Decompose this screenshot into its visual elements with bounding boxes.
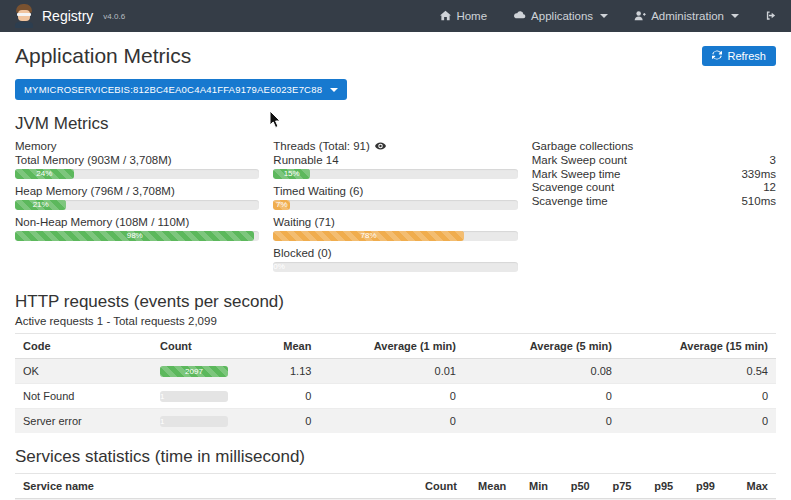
progress-value: 15%	[273, 169, 310, 179]
col-p75: p75	[598, 474, 640, 499]
garbage-collections-column: Garbage collections Mark Sweep count 3 M…	[532, 140, 776, 278]
count-cell: 1	[152, 384, 251, 409]
blocked-label: Blocked (0)	[273, 247, 517, 259]
instance-selector-label: MYMICROSERVICEBIS:812BC4EA0C4A41FFA9179A…	[24, 84, 322, 95]
table-header-row: Service name Count Mean Min p50 p75 p95 …	[15, 474, 776, 499]
total-memory-metric: Total Memory (903M / 3,708M) 24%	[15, 154, 259, 179]
nonheap-memory-label: Non-Heap Memory (108M / 110M)	[15, 216, 259, 228]
col-avg-1min: Average (1 min)	[319, 334, 464, 359]
progress-bar: 2097	[160, 366, 228, 377]
progress-track: 1	[160, 416, 228, 427]
progress-value: 78%	[273, 231, 464, 241]
gc-heading: Garbage collections	[532, 140, 776, 152]
nav-home-label: Home	[456, 10, 487, 22]
progress-bar: 21%	[15, 200, 66, 210]
progress-track: 24%	[15, 169, 259, 179]
code-cell: Not Found	[15, 384, 152, 409]
col-max: Max	[723, 474, 776, 499]
runnable-metric: Runnable 14 15%	[273, 154, 517, 179]
gc-row: Scavenge count 12	[532, 181, 776, 195]
avg15-cell: 0	[620, 409, 776, 434]
count-cell: 1	[152, 409, 251, 434]
avg1-cell: 0	[319, 384, 464, 409]
table-header-row: Code Count Mean Average (1 min) Average …	[15, 334, 776, 359]
mean-cell: 0	[251, 409, 319, 434]
threads-column: Threads (Total: 91) Runnable 14 15% Time…	[273, 140, 517, 278]
nav-administration-label: Administration	[651, 10, 724, 22]
table-row: Server error 1 0 0 0 0	[15, 409, 776, 434]
avg1-cell: 0	[319, 409, 464, 434]
gc-value: 510ms	[741, 195, 776, 209]
code-cell: Server error	[15, 409, 152, 434]
progress-value: 2097	[160, 366, 228, 377]
gc-label: Mark Sweep count	[532, 154, 627, 168]
services-statistics-heading: Services statistics (time in millisecond…	[15, 447, 776, 467]
chevron-down-icon	[600, 14, 608, 18]
brand-name: Registry	[42, 8, 93, 24]
avg5-cell: 0.08	[464, 359, 620, 384]
mean-cell: 0	[251, 384, 319, 409]
col-code: Code	[15, 334, 152, 359]
gc-label: Mark Sweep time	[532, 168, 621, 182]
refresh-icon	[712, 50, 722, 62]
jhipster-logo-icon	[14, 4, 34, 28]
refresh-button[interactable]: Refresh	[702, 46, 776, 66]
nav-home[interactable]: Home	[440, 10, 487, 23]
progress-value: 21%	[15, 200, 66, 210]
total-memory-label: Total Memory (903M / 3,708M)	[15, 154, 259, 166]
progress-track: 1	[160, 391, 228, 402]
eye-icon[interactable]	[375, 142, 386, 150]
col-count: Count	[417, 474, 465, 499]
http-requests-table: Code Count Mean Average (1 min) Average …	[15, 333, 776, 433]
memory-column: Memory Total Memory (903M / 3,708M) 24% …	[15, 140, 259, 278]
timed-waiting-metric: Timed Waiting (6) 7%	[273, 185, 517, 210]
avg5-cell: 0	[464, 409, 620, 434]
nav-applications[interactable]: Applications	[513, 10, 608, 22]
table-row: OK 2097 1.13 0.01 0.08 0.54	[15, 359, 776, 384]
nav-administration[interactable]: Administration	[634, 10, 739, 23]
instance-selector-dropdown[interactable]: MYMICROSERVICEBIS:812BC4EA0C4A41FFA9179A…	[15, 79, 347, 100]
mean-cell: 1.13	[251, 359, 319, 384]
avg15-cell: 0.54	[620, 359, 776, 384]
threads-heading: Threads (Total: 91)	[273, 140, 370, 152]
memory-heading: Memory	[15, 140, 259, 152]
progress-bar: 7%	[273, 200, 290, 210]
col-p50: p50	[556, 474, 598, 499]
col-avg-5min: Average (5 min)	[464, 334, 620, 359]
jvm-metrics-heading: JVM Metrics	[15, 114, 776, 134]
gc-label: Scavenge count	[532, 181, 614, 195]
progress-track: 21%	[15, 200, 259, 210]
brand-version: v4.0.6	[103, 12, 125, 21]
progress-value: 98%	[15, 231, 254, 241]
col-count: Count	[152, 334, 251, 359]
avg15-cell: 0	[620, 384, 776, 409]
gc-row: Mark Sweep count 3	[532, 154, 776, 168]
page-title: Application Metrics	[15, 44, 191, 68]
avg5-cell: 0	[464, 384, 620, 409]
brand-link[interactable]: Registry v4.0.6	[14, 4, 125, 28]
blocked-metric: Blocked (0) 0%	[273, 247, 517, 272]
nav-signout[interactable]	[765, 10, 777, 23]
gc-row: Scavenge time 510ms	[532, 195, 776, 209]
nav-applications-label: Applications	[531, 10, 593, 22]
gc-value: 339ms	[741, 168, 776, 182]
heap-memory-metric: Heap Memory (796M / 3,708M) 21%	[15, 185, 259, 210]
navbar: Registry v4.0.6 Home Applications Admini…	[0, 0, 791, 32]
progress-track: 7%	[273, 200, 517, 210]
waiting-metric: Waiting (71) 78%	[273, 216, 517, 241]
jvm-metrics-panel: Memory Total Memory (903M / 3,708M) 24% …	[15, 140, 776, 278]
users-icon	[634, 10, 646, 23]
refresh-label: Refresh	[727, 50, 766, 62]
col-mean: Mean	[465, 474, 514, 499]
progress-track: 2097	[160, 366, 228, 377]
avg1-cell: 0.01	[319, 359, 464, 384]
progress-track: 0%	[273, 262, 517, 272]
progress-bar: 78%	[273, 231, 464, 241]
nonheap-memory-metric: Non-Heap Memory (108M / 110M) 98%	[15, 216, 259, 241]
http-requests-heading: HTTP requests (events per second)	[15, 292, 776, 312]
progress-value: 24%	[15, 169, 74, 179]
sign-out-icon	[765, 10, 777, 23]
gc-value: 3	[770, 154, 776, 168]
code-cell: OK	[15, 359, 152, 384]
col-service-name: Service name	[15, 474, 417, 499]
